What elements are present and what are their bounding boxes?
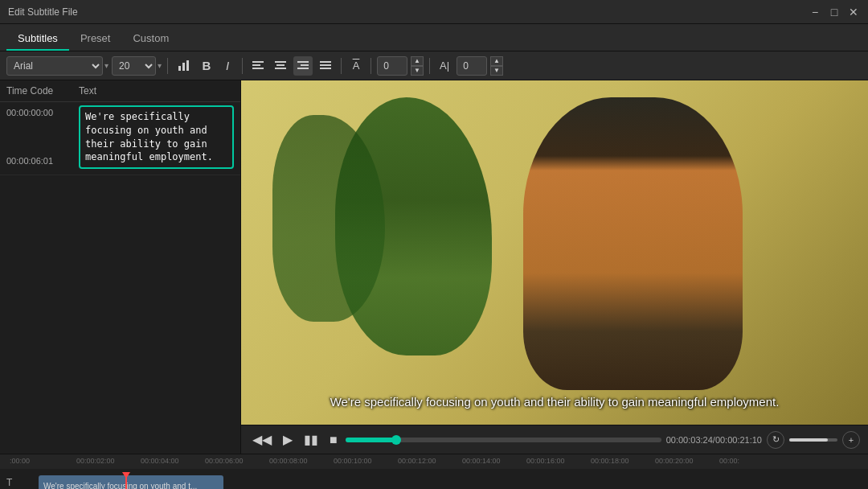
- timeline-clips: We're specifically focusing on youth and…: [29, 474, 862, 489]
- toolbar: Arial Times New Roman Helvetica ▾ 20 18 …: [0, 51, 868, 80]
- track-label: T: [6, 477, 12, 488]
- progress-handle[interactable]: [391, 435, 401, 445]
- add-button[interactable]: +: [842, 431, 860, 449]
- opacity-input[interactable]: 0: [457, 56, 487, 76]
- svg-rect-8: [276, 64, 285, 66]
- bar-chart-button[interactable]: [174, 56, 194, 76]
- svg-rect-12: [301, 64, 309, 66]
- ruler-mark-2: 00:00:04:00: [141, 457, 179, 465]
- svg-rect-11: [297, 61, 309, 63]
- svg-rect-13: [297, 68, 309, 69]
- tabs-bar: Subtitles Preset Custom: [0, 24, 868, 51]
- svg-rect-1: [182, 63, 185, 71]
- text-baseline-button[interactable]: A|: [436, 56, 453, 76]
- progress-bar[interactable]: [346, 438, 661, 442]
- play-button[interactable]: ▶: [280, 430, 296, 449]
- tab-custom[interactable]: Custom: [121, 27, 180, 51]
- opacity-down-button[interactable]: ▼: [490, 66, 503, 76]
- subtitle-clip[interactable]: We're specifically focusing on youth and…: [39, 475, 223, 489]
- separator5: [429, 58, 430, 74]
- minimize-button[interactable]: −: [809, 6, 821, 18]
- ruler-mark-1: 00:00:02:00: [76, 457, 115, 465]
- text-track-icon: T: [6, 477, 12, 488]
- align-center-button[interactable]: [271, 56, 290, 76]
- subtitle-text-input[interactable]: [79, 105, 234, 169]
- ruler-mark-10: 00:00:20:00: [655, 457, 694, 465]
- playhead[interactable]: [125, 472, 127, 489]
- maximize-button[interactable]: □: [828, 6, 841, 18]
- pause-button[interactable]: ▮▮: [301, 430, 321, 449]
- timeline-ruler: :00:00 00:00:02:00 00:00:04:00 00:00:06:…: [0, 454, 868, 469]
- svg-rect-15: [320, 61, 331, 63]
- tab-subtitles[interactable]: Subtitles: [6, 27, 69, 51]
- close-button[interactable]: ✕: [847, 6, 860, 18]
- separator3: [341, 58, 342, 74]
- svg-rect-3: [252, 61, 264, 63]
- timecode-end: 00:00:06:01: [6, 156, 79, 166]
- font-select[interactable]: Arial Times New Roman Helvetica: [6, 56, 103, 76]
- titlebar-controls: − □ ✕: [809, 6, 860, 18]
- time-display: 00:00:03:24/00:00:21:10: [666, 435, 762, 445]
- ruler-mark-4: 00:00:08:00: [269, 457, 308, 465]
- rotation-input[interactable]: 0: [377, 56, 407, 76]
- svg-rect-9: [275, 68, 286, 69]
- ruler-mark-0: :00:00: [10, 457, 30, 465]
- svg-rect-5: [252, 68, 264, 69]
- loop-button[interactable]: ↻: [767, 431, 784, 449]
- volume-fill: [789, 438, 828, 442]
- opacity-spinner: ▲ ▼: [490, 56, 503, 76]
- ruler-mark-6: 00:00:12:00: [398, 457, 436, 465]
- col-header-time: Time Code: [6, 85, 79, 97]
- subtitle-row: 00:00:00:00 00:00:06:01: [0, 102, 240, 175]
- ruler-mark-8: 00:00:16:00: [526, 457, 565, 465]
- justify-button[interactable]: [316, 56, 335, 76]
- svg-rect-4: [252, 64, 260, 66]
- false: 00:00:00:00 00:00:06:01: [6, 105, 79, 166]
- progress-fill: [346, 438, 396, 442]
- window-title: Edit Subtitle File: [8, 6, 809, 18]
- titlebar: Edit Subtitle File − □ ✕: [0, 0, 868, 24]
- text-decoration-button[interactable]: A: [347, 56, 365, 76]
- ruler-mark-11: 00:00:: [719, 457, 739, 465]
- subtitle-table-header: Time Code Text: [0, 80, 240, 102]
- timeline-track: T We're specifically focusing on youth a…: [6, 472, 862, 489]
- video-panel: We're specifically focusing on youth and…: [241, 80, 868, 454]
- italic-button[interactable]: I: [219, 56, 236, 76]
- svg-rect-0: [178, 66, 181, 71]
- main-content: Time Code Text 00:00:00:00 00:00:06:01: [0, 80, 868, 454]
- subtitle-text-cell[interactable]: [79, 105, 234, 171]
- subtitle-overlay: We're specifically focusing on youth and…: [241, 395, 868, 409]
- ruler-mark-7: 00:00:14:00: [462, 457, 501, 465]
- separator4: [371, 58, 371, 74]
- align-right-button[interactable]: [293, 56, 313, 76]
- timecode-start: 00:00:00:00: [6, 108, 79, 117]
- volume-bar[interactable]: [789, 438, 837, 442]
- opacity-up-button[interactable]: ▲: [490, 56, 503, 66]
- video-controls: ◀◀ ▶ ▮▮ ■ 00:00:03:24/00:00:21:10 ↻ +: [241, 425, 868, 454]
- svg-rect-2: [186, 60, 189, 71]
- svg-rect-16: [320, 64, 331, 66]
- ruler-mark-9: 00:00:18:00: [591, 457, 629, 465]
- skip-back-button[interactable]: ◀◀: [249, 430, 275, 449]
- rotation-up-button[interactable]: ▲: [411, 56, 424, 66]
- stop-button[interactable]: ■: [326, 431, 341, 449]
- svg-rect-17: [320, 68, 331, 69]
- chevron-down-icon: ▾: [104, 61, 108, 70]
- ruler-mark-3: 00:00:06:00: [205, 457, 244, 465]
- separator2: [242, 58, 243, 74]
- svg-rect-7: [275, 61, 286, 63]
- col-header-text: Text: [79, 85, 234, 97]
- align-left-button[interactable]: [248, 56, 268, 76]
- rotation-down-button[interactable]: ▼: [411, 66, 424, 76]
- timeline: :00:00 00:00:02:00 00:00:04:00 00:00:06:…: [0, 454, 868, 489]
- size-select[interactable]: 20 18 24 28: [112, 56, 156, 76]
- rotation-spinner: ▲ ▼: [411, 56, 424, 76]
- separator: [167, 58, 168, 74]
- subtitle-panel: Time Code Text 00:00:00:00 00:00:06:01: [0, 80, 241, 454]
- chevron-down-icon2: ▾: [158, 61, 162, 70]
- ruler-mark-5: 00:00:10:00: [334, 457, 372, 465]
- video-container: We're specifically focusing on youth and…: [241, 80, 868, 425]
- bold-button[interactable]: B: [198, 56, 215, 76]
- tab-preset[interactable]: Preset: [69, 27, 122, 51]
